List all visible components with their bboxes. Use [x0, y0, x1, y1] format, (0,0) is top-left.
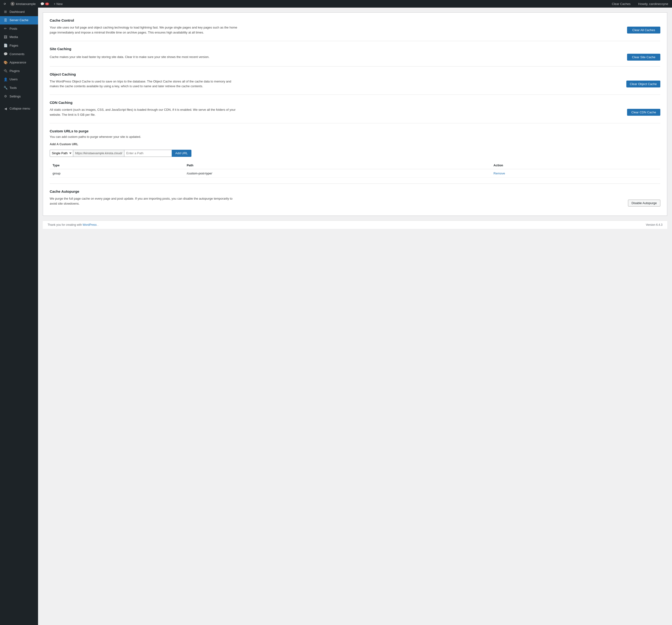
cache-control-heading: Cache Control [50, 18, 661, 22]
object-caching-description: The WordPress Object Cache is used to sa… [50, 79, 240, 89]
custom-urls-heading: Custom URLs to purge [50, 129, 661, 133]
dashboard-icon: ⊞ [3, 9, 8, 14]
sidebar-item-media[interactable]: 🖼 Media [0, 33, 38, 42]
sidebar-item-plugins[interactable]: 🔌 Plugins [0, 67, 38, 75]
row-path: /custom-post-type/ [184, 169, 490, 177]
custom-urls-description: You can add custom paths to purge whenev… [50, 135, 661, 139]
url-prefix: https://kinstaexample.kinsta.cloud/ [73, 150, 124, 157]
collapse-icon: ◀ [3, 106, 8, 111]
sidebar-item-pages[interactable]: 📄 Pages [0, 41, 38, 50]
new-content-button[interactable]: + New [52, 0, 65, 8]
comment-icon: 💬 [41, 2, 44, 6]
sidebar-item-server-cache[interactable]: 🗄 Server Cache [0, 16, 38, 25]
clear-caches-button[interactable]: Clear Caches [610, 0, 632, 8]
plugins-icon: 🔌 [3, 69, 8, 73]
object-caching-heading: Object Caching [50, 72, 661, 76]
custom-urls-section: Custom URLs to purge You can add custom … [50, 123, 661, 210]
wp-logo[interactable] [2, 1, 8, 7]
clear-cdn-cache-button[interactable]: Clear CDN Cache [627, 109, 661, 116]
site-caching-heading: Site Caching [50, 47, 661, 51]
add-custom-url-heading: Add A Custom URL [50, 142, 661, 146]
site-name[interactable]: K kinstaexample [8, 0, 38, 8]
disable-autopurge-button[interactable]: Disable Autopurge [628, 200, 661, 206]
main-content: Cache Control Your site uses our full pa… [43, 12, 667, 216]
sidebar-item-posts[interactable]: ✏ Posts [0, 24, 38, 33]
users-icon: 👤 [3, 77, 8, 82]
url-type-select[interactable]: Single Path [50, 150, 73, 157]
table-col-action: Action [490, 161, 661, 169]
comments-count: 0 [45, 3, 49, 5]
cache-control-section: Cache Control Your site uses our full pa… [50, 18, 661, 41]
footer-left-text: Thank you for creating with [48, 223, 82, 226]
comments-button[interactable]: 💬 0 [39, 0, 51, 8]
sidebar-item-dashboard[interactable]: ⊞ Dashboard [0, 8, 38, 16]
server-cache-icon: 🗄 [3, 18, 8, 23]
sidebar-item-users[interactable]: 👤 Users [0, 75, 38, 84]
sidebar-item-settings[interactable]: ⚙ Settings [0, 92, 38, 101]
media-icon: 🖼 [3, 35, 8, 40]
admin-bar: K kinstaexample 💬 0 + New Clear Caches H… [0, 0, 672, 8]
posts-icon: ✏ [3, 26, 8, 31]
autopurge-heading: Cache Autopurge [50, 190, 661, 194]
sidebar-item-tools[interactable]: 🔧 Tools [0, 84, 38, 92]
footer-version: Version 6.4.3 [646, 223, 663, 226]
object-caching-section: Object Caching The WordPress Object Cach… [50, 67, 661, 95]
howdy-user[interactable]: Howdy, carolinecoyne [636, 0, 670, 8]
table-col-path: Path [184, 161, 490, 169]
remove-url-button[interactable]: Remove [494, 172, 505, 175]
sidebar: ⊞ Dashboard 🗄 Server Cache ✏ Posts 🖼 Med… [0, 8, 38, 625]
url-path-input[interactable] [124, 150, 172, 157]
sidebar-item-appearance[interactable]: 🎨 Appearance [0, 58, 38, 67]
clear-site-cache-button[interactable]: Clear Site Cache [627, 54, 661, 60]
cdn-caching-description: All static content (such as images, CSS,… [50, 107, 240, 117]
row-type: group [50, 169, 184, 177]
add-url-row: Single Path https://kinstaexample.kinsta… [50, 150, 661, 157]
wordpress-link[interactable]: WordPress [82, 223, 97, 226]
site-caching-description: Cache makes your site load faster by sto… [50, 55, 240, 60]
table-row: group /custom-post-type/ Remove [50, 169, 661, 177]
cache-control-description: Your site uses our full page and object … [50, 25, 240, 35]
settings-icon: ⚙ [3, 94, 8, 99]
add-url-button[interactable]: Add URL [172, 150, 191, 157]
cdn-caching-heading: CDN Caching [50, 101, 661, 105]
tools-icon: 🔧 [3, 85, 8, 90]
footer: Thank you for creating with WordPress . … [43, 221, 667, 229]
appearance-icon: 🎨 [3, 60, 8, 65]
table-col-type: Type [50, 161, 184, 169]
pages-icon: 📄 [3, 43, 8, 48]
site-caching-section: Site Caching Cache makes your site load … [50, 41, 661, 67]
comments-icon: 💬 [3, 52, 8, 56]
site-icon: K [10, 2, 15, 6]
sidebar-item-collapse[interactable]: ◀ Collapse menu [0, 105, 38, 113]
url-table: Type Path Action group /custom-post-type… [50, 161, 661, 178]
sidebar-item-comments[interactable]: 💬 Comments [0, 50, 38, 58]
clear-object-cache-button[interactable]: Clear Object Cache [626, 80, 661, 88]
autopurge-section: Cache Autopurge We purge the full page c… [50, 183, 661, 210]
autopurge-description: We purge the full page cache on every pa… [50, 196, 240, 206]
clear-all-caches-button[interactable]: Clear All Caches [627, 27, 661, 33]
cdn-caching-section: CDN Caching All static content (such as … [50, 95, 661, 123]
